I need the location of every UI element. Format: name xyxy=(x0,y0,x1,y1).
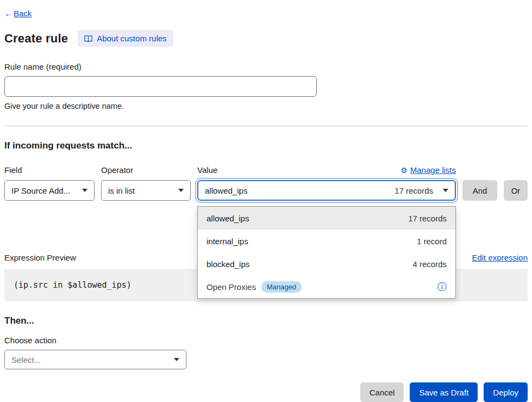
value-records-count: 17 records xyxy=(395,186,433,195)
option-name: allowed_ips xyxy=(206,214,249,223)
back-label: Back xyxy=(14,9,32,18)
list-option-internal-ips[interactable]: internal_ips 1 record xyxy=(198,230,455,252)
footer-actions: Cancel Save as Draft Deploy xyxy=(4,382,528,402)
operator-label: Operator xyxy=(101,165,191,175)
cancel-button[interactable]: Cancel xyxy=(360,382,404,402)
managed-badge: Managed xyxy=(261,281,302,293)
rule-name-helper-text: Give your rule a descriptive name. xyxy=(4,102,528,110)
option-name: blocked_ips xyxy=(206,259,249,269)
edit-expression-link[interactable]: Edit expression xyxy=(472,253,528,262)
list-option-allowed-ips[interactable]: allowed_ips 17 records xyxy=(198,207,455,230)
option-records: 4 records xyxy=(412,259,447,269)
field-select[interactable]: IP Source Add... xyxy=(4,180,95,201)
about-custom-rules-link[interactable]: About custom rules xyxy=(78,30,173,47)
action-select-placeholder: Select... xyxy=(11,355,41,364)
operator-select-value: is in list xyxy=(108,186,135,195)
manage-lists-link[interactable]: Manage lists xyxy=(410,165,456,175)
action-select[interactable]: Select... xyxy=(4,350,186,369)
chevron-down-icon xyxy=(82,189,87,192)
match-labels-row: Field Operator Value ⚙ Manage lists xyxy=(4,165,528,175)
list-option-blocked-ips[interactable]: blocked_ips 4 records xyxy=(198,252,455,275)
book-icon xyxy=(84,35,92,42)
option-records: 1 record xyxy=(417,237,447,246)
create-rule-page: ←Back Create rule About custom rules Rul… xyxy=(0,0,532,402)
field-select-value: IP Source Add... xyxy=(11,186,70,195)
deploy-button[interactable]: Deploy xyxy=(484,382,528,402)
gear-icon: ⚙ xyxy=(400,166,408,175)
back-link[interactable]: ←Back xyxy=(4,9,32,18)
chevron-down-icon xyxy=(174,358,179,361)
list-option-open-proxies[interactable]: Open Proxies Managed ⓘ xyxy=(198,275,455,298)
or-button[interactable]: Or xyxy=(504,180,528,201)
option-name: Open Proxies xyxy=(206,282,256,292)
value-label: Value xyxy=(197,165,217,175)
value-dropdown-panel: allowed_ips 17 records internal_ips 1 re… xyxy=(197,206,456,299)
field-label: Field xyxy=(4,165,95,175)
section-divider xyxy=(4,126,528,126)
operator-select[interactable]: is in list xyxy=(101,180,191,201)
rule-name-input[interactable] xyxy=(4,76,317,97)
expression-preview-label: Expression Preview xyxy=(4,253,76,262)
rule-name-label: Rule name (required) xyxy=(4,62,528,71)
choose-action-label: Choose action xyxy=(4,336,528,345)
option-name: internal_ips xyxy=(206,237,248,246)
value-combobox-value: allowed_ips xyxy=(205,186,395,195)
chevron-down-icon xyxy=(443,189,448,192)
back-arrow-icon: ← xyxy=(4,9,12,18)
then-section-title: Then... xyxy=(4,316,528,326)
match-section-title: If incoming requests match... xyxy=(4,140,528,151)
page-title: Create rule xyxy=(4,32,68,46)
back-row: ←Back xyxy=(4,9,528,18)
option-records: 17 records xyxy=(408,214,447,223)
chevron-down-icon xyxy=(178,189,184,192)
info-icon[interactable]: ⓘ xyxy=(437,282,447,292)
save-as-draft-button[interactable]: Save as Draft xyxy=(410,382,478,402)
and-button[interactable]: And xyxy=(462,180,497,201)
title-row: Create rule About custom rules xyxy=(4,30,528,47)
about-custom-rules-label: About custom rules xyxy=(97,34,166,43)
match-controls-row: IP Source Add... is in list allowed_ips … xyxy=(4,180,528,201)
value-combobox[interactable]: allowed_ips 17 records xyxy=(197,180,456,201)
value-combobox-wrap: allowed_ips 17 records allowed_ips 17 re… xyxy=(197,180,456,201)
